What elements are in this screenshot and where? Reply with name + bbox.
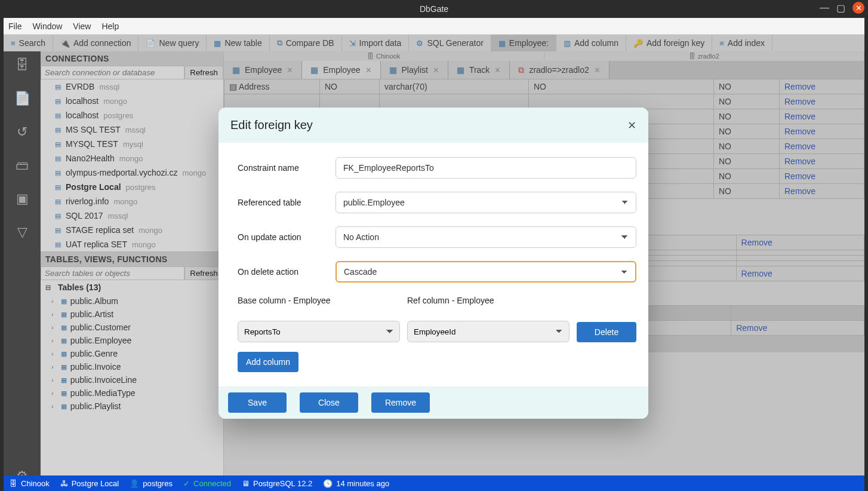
crumb-chinook[interactable]: 🗄Chinook	[224, 51, 544, 61]
editor-tab[interactable]: ⧉zradlo=>zradlo2✕	[510, 61, 609, 79]
table-item[interactable]: ›▦public.Genre	[41, 347, 223, 360]
tool-new-table[interactable]: ▦New table	[207, 35, 269, 51]
crumb-zradlo2[interactable]: 🗄zradlo2	[544, 51, 865, 61]
tool-add-fk[interactable]: 🔑Add foreign key	[626, 35, 712, 51]
maximize-icon[interactable]: ▢	[836, 2, 845, 14]
menu-view[interactable]: View	[73, 22, 91, 31]
base-column-select[interactable]: ReportsTo	[238, 321, 400, 342]
connection-item[interactable]: ▤olympus-medportal.vychozi.czmongo	[41, 165, 223, 180]
rail-archive-icon[interactable]: 🗃	[16, 158, 29, 173]
save-button[interactable]: Save	[228, 392, 287, 413]
connection-item[interactable]: ▤Nano2Healthmongo	[41, 151, 223, 165]
server-icon: ▤	[55, 83, 61, 91]
editor-tab[interactable]: ▦Playlist✕	[381, 61, 448, 79]
editor-tab[interactable]: ▦Track✕	[448, 61, 510, 79]
delete-column-button[interactable]: Delete	[577, 322, 636, 342]
connection-item[interactable]: ▤STAGE replica setmongo	[41, 223, 223, 237]
table-row[interactable]: ▤ AddressNOvarchar(70)NONORemove	[224, 79, 864, 94]
tool-import-data[interactable]: ⇲Import data	[342, 35, 410, 51]
remove-button[interactable]: Remove	[371, 392, 430, 413]
connections-search-input[interactable]	[41, 66, 184, 79]
chevron-right-icon: ›	[51, 350, 54, 357]
connection-item[interactable]: ▤riverlog.infomongo	[41, 194, 223, 208]
status-item[interactable]: 🖥PostgreSQL 12.2	[242, 479, 312, 488]
connection-item[interactable]: ▤localhostpostgres	[41, 108, 223, 122]
connections-refresh-button[interactable]: Refresh	[184, 66, 223, 79]
connection-item[interactable]: ▤MS SQL TESTmssql	[41, 122, 223, 137]
status-item[interactable]: 🖧Postgre Local	[60, 479, 119, 488]
table-item[interactable]: ›▦public.Employee	[41, 334, 223, 347]
tables-refresh-button[interactable]: Refresh	[184, 266, 223, 280]
rail-database-icon[interactable]: 🗄	[16, 57, 29, 73]
tool-sql-generator[interactable]: ⚙SQL Generator	[409, 35, 491, 51]
remove-link[interactable]: Remove	[780, 139, 864, 154]
table-item[interactable]: ›▦public.InvoiceLine	[41, 373, 223, 386]
tool-search[interactable]: ≡Search	[4, 35, 53, 51]
referenced-table-select[interactable]: public.Employee	[335, 192, 636, 213]
remove-link[interactable]: Remove	[736, 235, 864, 250]
remove-link[interactable]: Remove	[780, 109, 864, 124]
table-item[interactable]: ›▦public.Artist	[41, 308, 223, 321]
connection-item[interactable]: ▤SQL 2017mssql	[41, 208, 223, 223]
status-item[interactable]: 🕓14 minutes ago	[323, 479, 389, 488]
connection-item[interactable]: ▤MYSQL TESTmysql	[41, 137, 223, 151]
rail-file-icon[interactable]: 📄	[14, 91, 30, 106]
status-item[interactable]: 👤postgres	[130, 479, 173, 488]
connection-item[interactable]: ▤localhostmongo	[41, 94, 223, 108]
rail-history-icon[interactable]: ↺	[17, 124, 27, 140]
constraint-name-input[interactable]	[335, 157, 636, 179]
table-item[interactable]: ›▦public.Album	[41, 294, 223, 308]
table-item[interactable]: ›▦public.MediaType	[41, 386, 223, 400]
close-button[interactable]: Close	[300, 392, 358, 413]
on-update-select[interactable]: No Action	[335, 226, 636, 248]
tool-new-query[interactable]: 📄New query	[138, 35, 207, 51]
tool-add-index[interactable]: ≡Add index	[712, 35, 772, 51]
remove-link[interactable]: Remove	[780, 79, 864, 94]
tool-compare-db[interactable]: ⧉Compare DB	[270, 35, 342, 51]
table-item[interactable]: ›▦public.Customer	[41, 321, 223, 334]
tool-employee-context[interactable]: ▦Employee:	[491, 35, 556, 51]
add-column-button[interactable]: Add column	[238, 352, 298, 372]
table-item[interactable]: ›▦public.Invoice	[41, 360, 223, 373]
table-row[interactable]: NORemove	[224, 94, 864, 109]
tool-add-connection-icon: 🔌	[60, 39, 70, 48]
rail-collapse-icon[interactable]: ▽	[17, 225, 27, 240]
menu-window[interactable]: Window	[33, 22, 63, 31]
connection-item[interactable]: ▤EVRDBmssql	[41, 79, 223, 94]
remove-link[interactable]: Remove	[780, 169, 864, 184]
status-item[interactable]: 🗄Chinook	[10, 479, 50, 488]
menu-help[interactable]: Help	[101, 22, 119, 31]
editor-tab[interactable]: ▦Employee✕	[302, 61, 380, 79]
modal-close-icon[interactable]: ✕	[627, 119, 636, 132]
editor-tab[interactable]: ▦Employee✕	[224, 61, 302, 79]
status-item[interactable]: ✓Connected	[183, 479, 231, 488]
on-delete-select[interactable]: Cascade	[335, 261, 636, 283]
remove-link[interactable]: Remove	[780, 154, 864, 169]
remove-link[interactable]: Remove	[731, 321, 864, 336]
remove-link[interactable]: Remove	[780, 94, 864, 109]
connection-item[interactable]: ▤Postgre Localpostgres	[41, 180, 223, 194]
menu-file[interactable]: File	[8, 22, 22, 31]
tables-search-input[interactable]	[41, 266, 184, 280]
ref-column-select[interactable]: EmployeeId	[407, 321, 570, 342]
close-icon[interactable]: ✕	[852, 2, 864, 14]
collapse-icon[interactable]: ⊟	[45, 284, 51, 291]
connections-list[interactable]: ▤EVRDBmssql▤localhostmongo▤localhostpost…	[41, 79, 223, 252]
tab-close-icon[interactable]: ✕	[365, 66, 372, 75]
tables-group-header[interactable]: ⊟ Tables (13)	[41, 280, 223, 294]
rail-extensions-icon[interactable]: ▣	[16, 191, 29, 207]
remove-link[interactable]: Remove	[736, 266, 864, 281]
tab-close-icon[interactable]: ✕	[287, 66, 293, 75]
connections-header: CONNECTIONS	[41, 51, 223, 66]
tables-list[interactable]: ⊟ Tables (13) ›▦public.Album›▦public.Art…	[41, 280, 223, 491]
remove-link[interactable]: Remove	[780, 124, 864, 139]
tool-add-connection[interactable]: 🔌Add connection	[53, 35, 139, 51]
connection-item[interactable]: ▤UAT replica SETmongo	[41, 237, 223, 251]
tab-close-icon[interactable]: ✕	[433, 66, 439, 75]
tool-add-column[interactable]: ▥Add column	[556, 35, 626, 51]
tab-close-icon[interactable]: ✕	[494, 66, 501, 75]
tab-close-icon[interactable]: ✕	[594, 66, 601, 75]
minimize-icon[interactable]: —	[820, 2, 829, 13]
remove-link[interactable]: Remove	[780, 184, 864, 199]
table-item[interactable]: ›▦public.Playlist	[41, 400, 223, 413]
